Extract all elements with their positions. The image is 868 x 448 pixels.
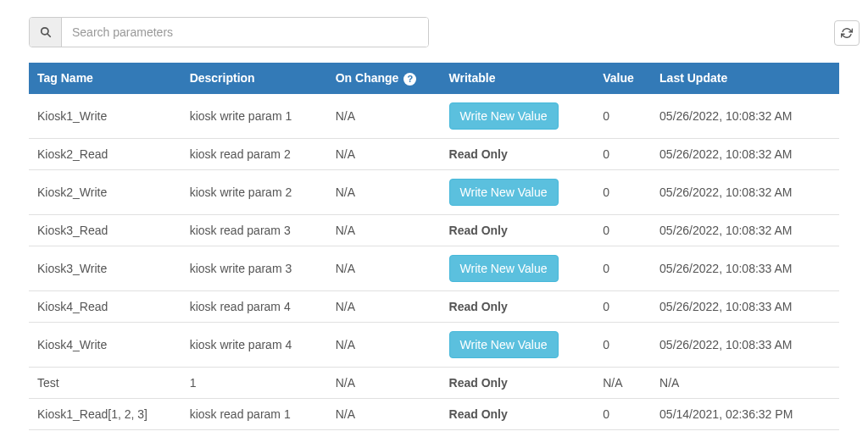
table-row: Kiosk3_Writekiosk write param 3N/AWrite … bbox=[29, 246, 839, 290]
cell-writable: Write New Value bbox=[442, 94, 597, 139]
cell-writable: Read Only bbox=[442, 138, 597, 169]
cell-on-change: N/A bbox=[329, 246, 442, 290]
cell-tag-name: Kiosk3_Read bbox=[29, 214, 183, 246]
cell-on-change: N/A bbox=[329, 398, 442, 429]
cell-description: kiosk read param 4 bbox=[183, 290, 329, 322]
cell-description: kiosk read param 1 bbox=[183, 398, 329, 429]
cell-writable: Write New Value bbox=[442, 169, 597, 214]
cell-last-update: 05/26/2022, 10:08:33 AM bbox=[653, 290, 839, 322]
table-row: Kiosk2_Writekiosk write param 2N/AWrite … bbox=[29, 169, 839, 214]
cell-writable: Read Only bbox=[442, 290, 597, 322]
cell-last-update: 05/14/2021, 02:36:32 PM bbox=[653, 398, 839, 429]
cell-on-change: N/A bbox=[329, 214, 442, 246]
write-new-value-button[interactable]: Write New Value bbox=[449, 179, 559, 206]
col-description[interactable]: Description bbox=[183, 63, 329, 94]
parameters-table: Tag Name Description On Change ? Writabl… bbox=[29, 63, 839, 430]
cell-description: kiosk write param 4 bbox=[183, 322, 329, 367]
read-only-label: Read Only bbox=[449, 224, 508, 237]
cell-value: 0 bbox=[596, 214, 653, 246]
search-icon bbox=[40, 26, 52, 38]
cell-last-update: N/A bbox=[653, 367, 839, 398]
cell-on-change: N/A bbox=[329, 94, 442, 139]
cell-description: kiosk write param 1 bbox=[183, 94, 329, 139]
col-writable[interactable]: Writable bbox=[442, 63, 597, 94]
write-new-value-button[interactable]: Write New Value bbox=[449, 102, 559, 130]
cell-tag-name: Kiosk4_Write bbox=[29, 322, 183, 367]
cell-value: N/A bbox=[596, 367, 653, 398]
read-only-label: Read Only bbox=[449, 300, 508, 313]
cell-last-update: 05/26/2022, 10:08:32 AM bbox=[653, 169, 839, 214]
cell-tag-name: Kiosk2_Write bbox=[29, 169, 183, 214]
cell-writable: Read Only bbox=[442, 214, 597, 246]
cell-writable: Write New Value bbox=[442, 246, 597, 290]
table-row: Kiosk1_Read[1, 2, 3]kiosk read param 1N/… bbox=[29, 398, 839, 429]
col-last-update[interactable]: Last Update bbox=[653, 63, 839, 94]
cell-writable: Write New Value bbox=[442, 322, 597, 367]
col-value[interactable]: Value bbox=[596, 63, 653, 94]
cell-tag-name: Test bbox=[29, 367, 183, 398]
svg-line-1 bbox=[47, 34, 50, 37]
cell-tag-name: Kiosk2_Read bbox=[29, 138, 183, 169]
cell-value: 0 bbox=[596, 246, 653, 290]
cell-on-change: N/A bbox=[329, 169, 442, 214]
cell-description: kiosk read param 2 bbox=[183, 138, 329, 169]
table-row: Kiosk4_Writekiosk write param 4N/AWrite … bbox=[29, 322, 839, 367]
search-icon-box bbox=[30, 18, 62, 47]
cell-tag-name: Kiosk4_Read bbox=[29, 290, 183, 322]
cell-last-update: 05/26/2022, 10:08:33 AM bbox=[653, 246, 839, 290]
cell-last-update: 05/26/2022, 10:08:32 AM bbox=[653, 138, 839, 169]
help-icon[interactable]: ? bbox=[403, 73, 416, 86]
read-only-label: Read Only bbox=[449, 147, 508, 161]
cell-on-change: N/A bbox=[329, 322, 442, 367]
refresh-button[interactable] bbox=[834, 20, 860, 46]
col-on-change-label: On Change bbox=[336, 71, 399, 85]
cell-value: 0 bbox=[596, 138, 653, 169]
search-container bbox=[29, 17, 429, 47]
cell-value: 0 bbox=[596, 169, 653, 214]
table-row: Kiosk1_Writekiosk write param 1N/AWrite … bbox=[29, 94, 839, 139]
table-row: Test1N/ARead OnlyN/AN/A bbox=[29, 367, 839, 398]
refresh-icon bbox=[841, 27, 853, 39]
write-new-value-button[interactable]: Write New Value bbox=[449, 255, 559, 282]
cell-value: 0 bbox=[596, 94, 653, 139]
write-new-value-button[interactable]: Write New Value bbox=[449, 331, 559, 358]
cell-on-change: N/A bbox=[329, 367, 442, 398]
cell-description: kiosk read param 3 bbox=[183, 214, 329, 246]
read-only-label: Read Only bbox=[449, 407, 508, 421]
table-row: Kiosk4_Readkiosk read param 4N/ARead Onl… bbox=[29, 290, 839, 322]
cell-on-change: N/A bbox=[329, 138, 442, 169]
cell-description: 1 bbox=[183, 367, 329, 398]
col-tag-name[interactable]: Tag Name bbox=[29, 63, 183, 94]
table-row: Kiosk3_Readkiosk read param 3N/ARead Onl… bbox=[29, 214, 839, 246]
cell-tag-name: Kiosk1_Read[1, 2, 3] bbox=[29, 398, 183, 429]
search-input[interactable] bbox=[62, 18, 428, 47]
col-on-change[interactable]: On Change ? bbox=[329, 63, 442, 94]
cell-value: 0 bbox=[596, 290, 653, 322]
read-only-label: Read Only bbox=[449, 376, 508, 390]
table-row: Kiosk2_Readkiosk read param 2N/ARead Onl… bbox=[29, 138, 839, 169]
cell-tag-name: Kiosk3_Write bbox=[29, 246, 183, 290]
cell-writable: Read Only bbox=[442, 398, 597, 429]
cell-value: 0 bbox=[596, 398, 653, 429]
cell-on-change: N/A bbox=[329, 290, 442, 322]
cell-description: kiosk write param 3 bbox=[183, 246, 329, 290]
cell-writable: Read Only bbox=[442, 367, 597, 398]
table-header-row: Tag Name Description On Change ? Writabl… bbox=[29, 63, 839, 94]
cell-value: 0 bbox=[596, 322, 653, 367]
cell-last-update: 05/26/2022, 10:08:33 AM bbox=[653, 322, 839, 367]
cell-description: kiosk write param 2 bbox=[183, 169, 329, 214]
cell-tag-name: Kiosk1_Write bbox=[29, 94, 183, 139]
cell-last-update: 05/26/2022, 10:08:32 AM bbox=[653, 214, 839, 246]
cell-last-update: 05/26/2022, 10:08:32 AM bbox=[653, 94, 839, 139]
